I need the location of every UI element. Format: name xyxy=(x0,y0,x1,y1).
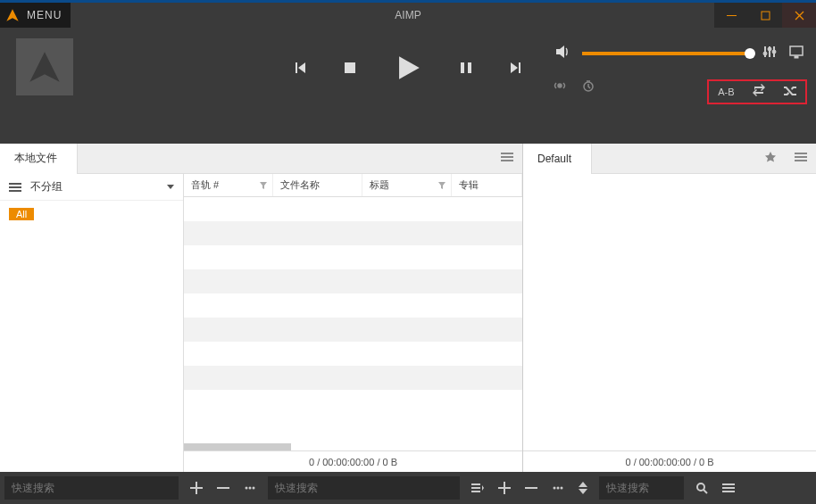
grouping-selector[interactable]: 不分组 xyxy=(0,174,183,201)
playback-mode-group: A-B xyxy=(707,79,807,104)
svg-point-7 xyxy=(772,50,776,54)
close-button[interactable] xyxy=(782,3,816,28)
search-input-mid[interactable] xyxy=(275,482,453,494)
filter-icon[interactable] xyxy=(438,180,445,191)
playlist-add-button[interactable] xyxy=(491,476,518,500)
search-box-left[interactable] xyxy=(4,476,179,500)
pause-button[interactable] xyxy=(459,61,473,75)
search-input-right[interactable] xyxy=(606,482,677,494)
svg-point-31 xyxy=(561,487,563,490)
svg-point-22 xyxy=(246,487,248,490)
remove-button[interactable] xyxy=(210,476,237,500)
playlist-more-button[interactable] xyxy=(545,476,571,500)
col-filename[interactable]: 文件名称 xyxy=(273,174,362,196)
right-tab-menu-icon[interactable] xyxy=(786,151,816,167)
svg-rect-21 xyxy=(217,487,229,489)
volume-row xyxy=(554,44,804,63)
favorite-icon[interactable] xyxy=(755,151,786,167)
volume-slider[interactable] xyxy=(582,52,750,55)
svg-rect-13 xyxy=(501,156,513,158)
bottom-bar xyxy=(0,472,816,504)
left-tab-menu-icon[interactable] xyxy=(492,151,522,167)
left-status: 0 / 00:00:00:00 / 0 B xyxy=(184,450,522,472)
timer-icon[interactable] xyxy=(582,79,595,95)
radio-icon[interactable] xyxy=(554,79,566,95)
next-button[interactable] xyxy=(509,61,523,75)
stop-button[interactable] xyxy=(343,61,357,75)
title-bar: MENU AIMP xyxy=(0,0,816,28)
filter-icon[interactable] xyxy=(260,180,267,191)
svg-rect-8 xyxy=(790,46,803,55)
svg-rect-28 xyxy=(525,487,537,489)
svg-point-24 xyxy=(253,487,255,490)
search-button[interactable] xyxy=(688,476,715,500)
maximize-button[interactable] xyxy=(748,3,782,28)
search-box-right[interactable] xyxy=(599,476,684,500)
right-tab-bar: Default xyxy=(523,144,816,174)
svg-rect-33 xyxy=(722,483,735,485)
svg-point-32 xyxy=(697,483,704,491)
svg-rect-15 xyxy=(9,183,21,185)
chevron-down-icon xyxy=(167,185,174,189)
equalizer-button[interactable] xyxy=(762,45,777,62)
table-row[interactable] xyxy=(184,269,522,293)
svg-rect-16 xyxy=(9,186,21,188)
right-panel: Default 0 / 00:00:00:00 / 0 B xyxy=(523,144,816,472)
album-art-placeholder[interactable] xyxy=(16,38,73,95)
play-button[interactable] xyxy=(393,53,423,83)
column-headers: 音轨 # 文件名称 标题 专辑 xyxy=(184,174,522,197)
tab-default[interactable]: Default xyxy=(523,144,592,174)
svg-point-30 xyxy=(557,487,560,490)
ab-repeat-button[interactable]: A-B xyxy=(718,87,734,97)
table-row[interactable] xyxy=(184,342,522,366)
table-row[interactable] xyxy=(184,366,522,390)
svg-rect-20 xyxy=(795,160,807,161)
svg-rect-34 xyxy=(722,487,735,489)
main-area: 本地文件 不分组 All 音轨 # 文件名称 标 xyxy=(0,144,816,472)
sort-buttons[interactable] xyxy=(571,482,595,494)
more-button[interactable] xyxy=(237,476,263,500)
svg-rect-17 xyxy=(9,190,21,192)
table-row[interactable] xyxy=(184,318,522,342)
table-row[interactable] xyxy=(184,197,522,221)
bottom-menu-button[interactable] xyxy=(715,476,742,500)
svg-rect-3 xyxy=(461,62,464,73)
table-row[interactable] xyxy=(184,293,522,318)
window-title: AIMP xyxy=(395,3,420,28)
svg-rect-9 xyxy=(795,56,798,58)
svg-rect-1 xyxy=(762,12,770,20)
col-album[interactable]: 专辑 xyxy=(452,174,522,196)
playlist-remove-button[interactable] xyxy=(518,476,545,500)
table-row[interactable] xyxy=(184,245,522,269)
repeat-button[interactable] xyxy=(753,84,765,100)
search-input-left[interactable] xyxy=(12,482,171,494)
horizontal-scrollbar[interactable] xyxy=(184,443,291,450)
playlist-area[interactable] xyxy=(523,174,816,450)
track-rows xyxy=(184,197,522,450)
list-mode-button[interactable] xyxy=(464,476,491,500)
svg-rect-27 xyxy=(471,491,480,492)
visualization-button[interactable] xyxy=(789,45,804,62)
col-track[interactable]: 音轨 # xyxy=(184,174,273,196)
menu-label: MENU xyxy=(27,9,62,21)
player-area: A-B xyxy=(0,28,816,144)
minimize-button[interactable] xyxy=(714,3,748,28)
svg-rect-12 xyxy=(501,153,513,154)
menu-button[interactable]: MENU xyxy=(0,3,71,28)
previous-button[interactable] xyxy=(293,61,307,75)
shuffle-button[interactable] xyxy=(784,84,796,100)
left-tab-bar: 本地文件 xyxy=(0,144,522,174)
svg-point-6 xyxy=(768,47,771,51)
search-box-mid[interactable] xyxy=(268,476,460,500)
sidebar: 不分组 All xyxy=(0,174,184,472)
tab-local-files[interactable]: 本地文件 xyxy=(0,144,78,174)
all-filter-badge[interactable]: All xyxy=(9,208,34,220)
svg-rect-4 xyxy=(468,62,471,73)
volume-icon[interactable] xyxy=(554,44,570,63)
left-panel: 本地文件 不分组 All 音轨 # 文件名称 标 xyxy=(0,144,523,472)
table-row[interactable] xyxy=(184,221,522,245)
table-row[interactable] xyxy=(184,390,522,414)
add-button[interactable] xyxy=(183,476,210,500)
window-buttons xyxy=(714,3,816,28)
col-title[interactable]: 标题 xyxy=(362,174,452,196)
